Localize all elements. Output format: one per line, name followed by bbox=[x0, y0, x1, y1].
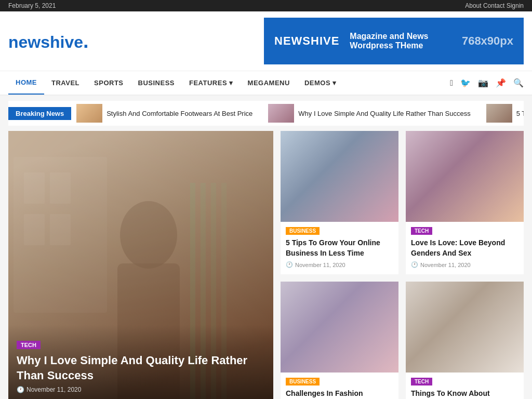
breaking-news-items: Stylish And Comfortable Footwears At Bes… bbox=[76, 104, 524, 123]
article-image-1 bbox=[406, 131, 524, 222]
breaking-item-0[interactable]: Stylish And Comfortable Footwears At Bes… bbox=[76, 104, 252, 123]
nav-demos[interactable]: DEMOS ▾ bbox=[297, 72, 344, 94]
article-tag-3: TECH bbox=[411, 378, 432, 385]
article-image-2 bbox=[281, 282, 398, 373]
hero-article[interactable]: TECH Why I Love Simple And Quality Life … bbox=[8, 131, 273, 399]
article-title-0: 5 Tips To Grow Your Online Business In L… bbox=[286, 238, 393, 258]
article-date-1: 🕐 November 11, 2020 bbox=[411, 261, 518, 268]
logo-text1: news bbox=[8, 33, 50, 51]
article-tag-2: BUSINESS bbox=[286, 378, 320, 385]
clock-icon-1: 🕐 bbox=[411, 261, 418, 268]
breaking-item-1[interactable]: Why I Love Simple And Quality Life Rathe… bbox=[268, 104, 470, 123]
signin-link[interactable]: Signin bbox=[507, 2, 524, 9]
nav-home[interactable]: HOME bbox=[8, 71, 44, 95]
clock-icon-0: 🕐 bbox=[286, 261, 293, 268]
article-body-0: BUSINESS 5 Tips To Grow Your Online Busi… bbox=[281, 222, 398, 274]
about-link[interactable]: About bbox=[465, 2, 481, 9]
search-icon[interactable]: 🔍 bbox=[513, 78, 524, 88]
article-card-0[interactable]: BUSINESS 5 Tips To Grow Your Online Busi… bbox=[281, 131, 398, 274]
chevron-down-icon-2: ▾ bbox=[332, 79, 337, 87]
nav-social:  🐦 📷 📌 🔍 bbox=[450, 78, 524, 88]
breaking-item-2[interactable]: 5 Tips To Grow Your Onlin bbox=[486, 104, 524, 123]
article-tag-1: TECH bbox=[411, 227, 432, 235]
grid-row-top: BUSINESS 5 Tips To Grow Your Online Busi… bbox=[281, 131, 524, 274]
article-date-0: 🕐 November 11, 2020 bbox=[286, 261, 393, 268]
nav-business[interactable]: BUSINESS bbox=[131, 72, 182, 94]
breaking-thumb-1 bbox=[268, 104, 294, 123]
main-content: TECH Why I Love Simple And Quality Life … bbox=[0, 131, 532, 399]
hero-date: 🕐 November 11, 2020 bbox=[17, 386, 265, 393]
svg-point-10 bbox=[120, 201, 177, 269]
pinterest-icon[interactable]: 📌 bbox=[496, 78, 506, 88]
grid-row-bottom: BUSINESS Challenges In Fashion Industry … bbox=[281, 282, 524, 399]
clock-icon: 🕐 bbox=[17, 386, 24, 393]
article-tag-0: BUSINESS bbox=[286, 227, 320, 235]
nav-sports[interactable]: SPORTS bbox=[87, 72, 130, 94]
article-thumb-2 bbox=[281, 282, 398, 373]
article-body-2: BUSINESS Challenges In Fashion Industry … bbox=[281, 373, 398, 399]
svg-rect-5 bbox=[50, 214, 71, 245]
ad-banner: NEWSHIVE Magazine and News Wordpress THe… bbox=[264, 18, 524, 64]
hero-title: Why I Love Simple And Quality Life Rathe… bbox=[17, 353, 265, 383]
top-bar-links: About Contact Signin bbox=[465, 2, 524, 9]
contact-link[interactable]: Contact bbox=[483, 2, 504, 9]
twitter-icon[interactable]: 🐦 bbox=[460, 78, 471, 88]
breaking-thumb-2 bbox=[486, 104, 512, 123]
article-card-3[interactable]: TECH Things To Know About Readers 🕐 Nove… bbox=[406, 282, 524, 399]
logo[interactable]: newshive. bbox=[8, 30, 89, 52]
ad-size: 768x90px bbox=[462, 34, 513, 48]
svg-rect-2 bbox=[24, 172, 45, 204]
ad-brand: NEWSHIVE bbox=[274, 34, 339, 48]
article-card-2[interactable]: BUSINESS Challenges In Fashion Industry … bbox=[281, 282, 398, 399]
top-bar: February 5, 2021 About Contact Signin bbox=[0, 0, 532, 11]
article-body-1: TECH Love Is Love: Love Beyond Genders A… bbox=[406, 222, 524, 274]
svg-rect-3 bbox=[50, 172, 71, 204]
article-image-3 bbox=[406, 282, 524, 373]
logo-dot: . bbox=[83, 30, 89, 52]
article-card-1[interactable]: TECH Love Is Love: Love Beyond Genders A… bbox=[406, 131, 524, 274]
nav-megamenu[interactable]: MEGAMENU bbox=[241, 72, 297, 94]
navigation: HOME TRAVEL SPORTS BUSINESS FEATURES ▾ M… bbox=[0, 71, 532, 96]
article-grid: BUSINESS 5 Tips To Grow Your Online Busi… bbox=[281, 131, 524, 399]
hero-tag: TECH bbox=[17, 341, 41, 349]
article-title-2: Challenges In Fashion Industry For New C… bbox=[286, 389, 393, 399]
hero-overlay: TECH Why I Love Simple And Quality Life … bbox=[8, 325, 273, 399]
nav-items: HOME TRAVEL SPORTS BUSINESS FEATURES ▾ M… bbox=[8, 71, 344, 95]
article-title-1: Love Is Love: Love Beyond Genders And Se… bbox=[411, 238, 518, 258]
article-title-3: Things To Know About Readers bbox=[411, 389, 518, 399]
chevron-down-icon: ▾ bbox=[229, 79, 233, 87]
nav-travel[interactable]: TRAVEL bbox=[44, 72, 87, 94]
ad-description: Magazine and News Wordpress THeme bbox=[350, 32, 451, 50]
article-thumb-0 bbox=[281, 131, 398, 222]
facebook-icon[interactable]:  bbox=[450, 78, 453, 88]
breaking-text-1: Why I Love Simple And Quality Life Rathe… bbox=[298, 110, 470, 117]
header: newshive. NEWSHIVE Magazine and News Wor… bbox=[0, 11, 532, 71]
breaking-text-2: 5 Tips To Grow Your Onlin bbox=[516, 110, 524, 117]
article-thumb-1 bbox=[406, 131, 524, 222]
article-image-0 bbox=[281, 131, 398, 222]
nav-features[interactable]: FEATURES ▾ bbox=[182, 72, 241, 94]
logo-text2: hive bbox=[50, 33, 83, 51]
svg-rect-4 bbox=[24, 214, 45, 245]
breaking-text-0: Stylish And Comfortable Footwears At Bes… bbox=[107, 110, 252, 117]
breaking-news-label: Breaking News bbox=[8, 107, 71, 120]
article-body-3: TECH Things To Know About Readers 🕐 Nove… bbox=[406, 373, 524, 399]
breaking-news-bar: Breaking News Stylish And Comfortable Fo… bbox=[8, 101, 524, 126]
article-thumb-3 bbox=[406, 282, 524, 373]
top-bar-date: February 5, 2021 bbox=[8, 2, 56, 9]
breaking-thumb-0 bbox=[76, 104, 102, 123]
instagram-icon[interactable]: 📷 bbox=[478, 78, 488, 88]
